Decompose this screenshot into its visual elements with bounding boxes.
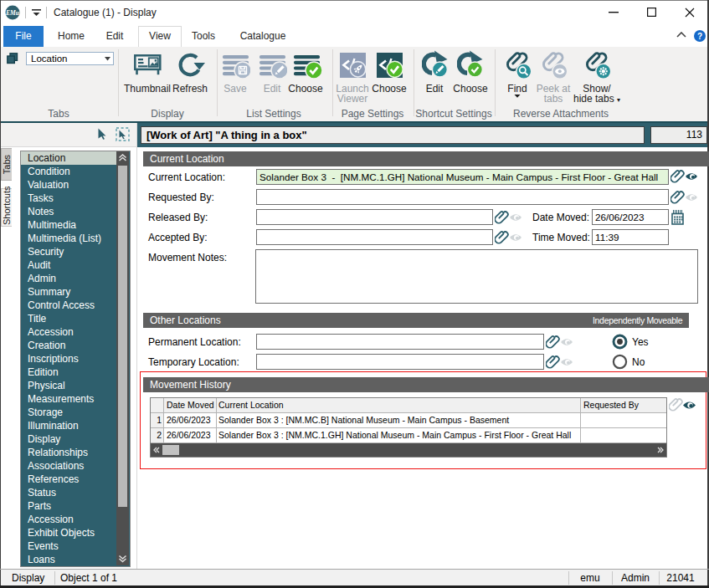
svg-text:EMu: EMu (5, 9, 19, 17)
svg-text:?: ? (697, 32, 702, 41)
